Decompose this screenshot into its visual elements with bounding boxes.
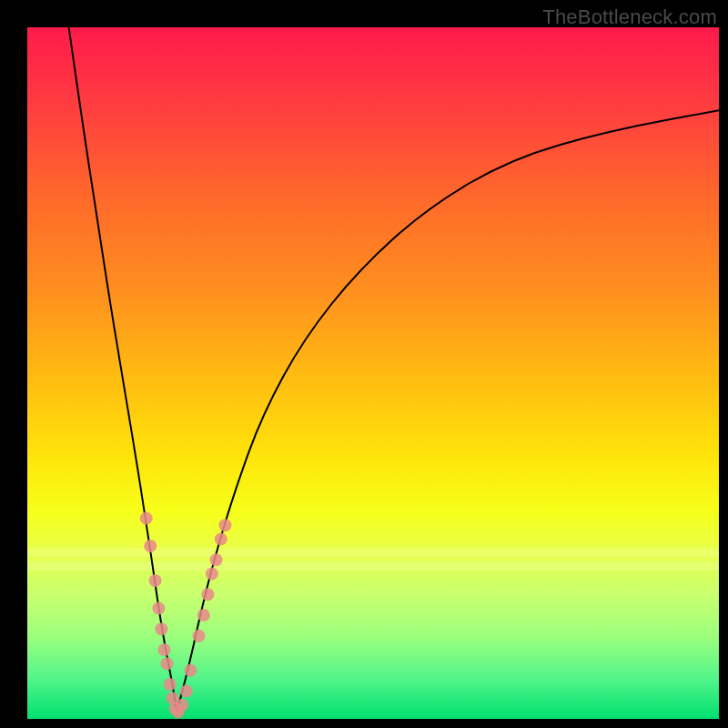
marker-point [218,519,231,531]
marker-point [164,678,177,691]
marker-point [176,699,188,712]
bottleneck-curve [27,27,719,719]
marker-point [152,602,165,614]
marker-point [206,567,218,580]
watermark-text: TheBottleneck.com [542,5,717,29]
marker-point [197,609,210,622]
marker-point [201,588,214,601]
marker-point [149,574,162,587]
marker-point [193,630,206,642]
marker-point [184,664,197,677]
marker-group [140,512,232,719]
chart-frame: TheBottleneck.com [0,0,728,728]
marker-point [158,643,171,656]
marker-point [215,532,228,545]
marker-point [210,553,223,566]
curve-right-branch [177,110,719,712]
marker-point [161,657,174,670]
marker-point [144,540,157,552]
marker-point [155,622,167,635]
marker-point [180,685,193,698]
plot-area [27,27,719,719]
marker-point [140,512,153,525]
